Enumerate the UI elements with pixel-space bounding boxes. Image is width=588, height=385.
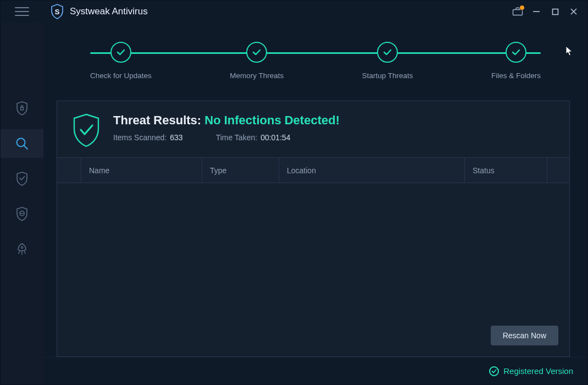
notifications-button[interactable] (508, 3, 527, 20)
hamburger-icon (15, 7, 29, 16)
svg-rect-3 (552, 9, 558, 14)
app-brand: S Systweak Antivirus (43, 3, 148, 20)
results-title-status: No Infections Detected! (204, 113, 340, 127)
rescan-button[interactable]: Rescan Now (491, 326, 558, 345)
results-table: Name Type Location Status (57, 157, 569, 318)
sidebar-item-protection[interactable] (1, 94, 43, 123)
step-label: Check for Updates (90, 72, 152, 80)
search-icon (15, 136, 29, 151)
close-icon (570, 8, 578, 15)
main-content: Check for Updates Memory Threats Startup… (43, 23, 587, 384)
window-controls (508, 3, 583, 20)
sidebar (1, 23, 43, 384)
column-select (57, 158, 81, 183)
results-panel: Threat Results: No Infections Detected! … (57, 101, 570, 357)
svg-line-8 (24, 146, 27, 149)
title-bar: S Systweak Antivirus (1, 1, 587, 23)
step-label: Memory Threats (230, 72, 284, 80)
registered-check-icon (489, 366, 499, 376)
results-header: Threat Results: No Infections Detected! … (57, 101, 569, 157)
items-scanned-value: 633 (170, 133, 182, 142)
shield-lock-icon (15, 101, 29, 116)
results-title: Threat Results: No Infections Detected! (113, 113, 340, 128)
sidebar-item-web[interactable] (1, 200, 43, 228)
step-complete-icon (246, 42, 267, 63)
maximize-button[interactable] (546, 3, 564, 20)
status-bar: Registered Version (43, 357, 587, 384)
menu-button[interactable] (1, 1, 43, 23)
column-status[interactable]: Status (465, 158, 547, 183)
sidebar-item-boost[interactable] (1, 235, 43, 263)
table-body (57, 183, 569, 318)
shield-check-icon (15, 171, 29, 186)
app-title: Systweak Antivirus (70, 6, 148, 17)
maximize-icon (552, 8, 559, 15)
step-complete-icon (377, 42, 398, 63)
rocket-icon (15, 242, 29, 256)
step-complete-icon (110, 42, 131, 63)
panel-footer: Rescan Now (57, 318, 569, 356)
close-button[interactable] (564, 3, 583, 20)
column-type[interactable]: Type (202, 158, 279, 183)
step-memory-threats: Memory Threats (230, 42, 284, 80)
step-startup-threats: Startup Threats (362, 42, 413, 80)
time-taken-label: Time Taken: (216, 133, 257, 142)
scan-stepper: Check for Updates Memory Threats Startup… (43, 23, 587, 89)
notification-badge-icon (519, 5, 525, 10)
svg-point-7 (17, 139, 25, 147)
shield-e-icon (15, 206, 29, 222)
minimize-button[interactable] (527, 3, 546, 20)
svg-text:S: S (55, 8, 60, 16)
time-taken-value: 00:01:54 (260, 133, 291, 142)
minimize-icon (532, 8, 540, 15)
svg-rect-1 (513, 10, 523, 15)
status-text: Registered Version (503, 366, 573, 376)
step-check-updates: Check for Updates (90, 42, 152, 80)
svg-rect-6 (21, 107, 24, 110)
step-label: Startup Threats (362, 72, 413, 80)
step-files-folders: Files & Folders (491, 42, 541, 80)
column-end (547, 158, 569, 183)
step-complete-icon (506, 42, 526, 63)
sidebar-item-scan[interactable] (1, 129, 43, 158)
svg-point-11 (21, 246, 23, 248)
app-logo-icon: S (50, 3, 64, 20)
sidebar-item-quarantine[interactable] (1, 164, 43, 193)
app-window: S Systweak Antivirus (0, 0, 588, 385)
column-name[interactable]: Name (81, 158, 202, 183)
results-title-prefix: Threat Results: (113, 113, 201, 127)
shield-ok-icon (71, 113, 101, 147)
items-scanned-label: Items Scanned: (113, 133, 167, 142)
results-stats: Items Scanned: 633 Time Taken: 00:01:54 (113, 133, 340, 142)
stepper-track (90, 52, 541, 54)
app-body: Check for Updates Memory Threats Startup… (1, 23, 587, 384)
column-location[interactable]: Location (279, 158, 465, 183)
table-header: Name Type Location Status (57, 158, 569, 183)
step-label: Files & Folders (491, 72, 541, 80)
